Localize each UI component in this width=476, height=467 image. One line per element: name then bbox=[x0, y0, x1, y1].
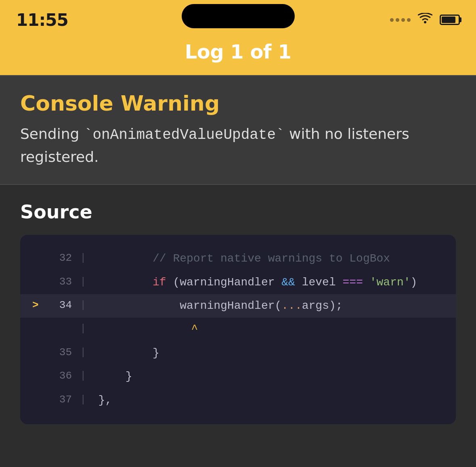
line-number-34: 34 bbox=[48, 296, 72, 315]
warning-title: Console Warning bbox=[20, 92, 456, 115]
status-icons bbox=[390, 13, 460, 27]
line-number-35: 35 bbox=[48, 343, 72, 362]
warning-code: `onAnimatedValueUpdate` bbox=[84, 127, 285, 143]
line-content-37: }, bbox=[99, 390, 444, 410]
code-line-33: 33 | if (warningHandler && level === 'wa… bbox=[20, 271, 456, 294]
code-line-36: 36 | } bbox=[20, 365, 456, 388]
status-time: 11:55 bbox=[16, 10, 68, 30]
line-content-33: if (warningHandler && level === 'warn') bbox=[99, 272, 444, 293]
dynamic-island bbox=[182, 4, 295, 28]
line-content-35: } bbox=[99, 343, 444, 363]
source-title: Source bbox=[20, 201, 456, 223]
line-content-34: warningHandler(...args); bbox=[99, 296, 444, 316]
source-section: Source 32 | // Report native warnings to… bbox=[0, 185, 476, 440]
code-line-32: 32 | // Report native warnings to LogBox bbox=[20, 247, 456, 270]
line-content-32: // Report native warnings to LogBox bbox=[99, 249, 444, 269]
caret-line: | ^ bbox=[20, 318, 456, 341]
line-marker-36 bbox=[32, 366, 44, 385]
battery-icon bbox=[440, 15, 460, 25]
warning-section: Console Warning Sending `onAnimatedValue… bbox=[0, 76, 476, 184]
warning-text-part3: registered. bbox=[20, 149, 99, 165]
code-line-34: > 34 | warningHandler(...args); bbox=[20, 294, 456, 318]
header-title: Log 1 of 1 bbox=[185, 40, 291, 63]
wifi-icon bbox=[418, 13, 432, 27]
code-block: 32 | // Report native warnings to LogBox… bbox=[20, 235, 456, 424]
line-number-33: 33 bbox=[48, 272, 72, 291]
caret-content: ^ bbox=[99, 319, 444, 339]
line-number-37: 37 bbox=[48, 390, 72, 409]
line-content-36: } bbox=[99, 366, 444, 387]
line-number-32: 32 bbox=[48, 249, 72, 268]
signal-icon bbox=[390, 18, 411, 22]
code-line-35: 35 | } bbox=[20, 341, 456, 365]
line-marker-32 bbox=[32, 249, 44, 268]
line-marker-37 bbox=[32, 390, 44, 409]
header-title-bar: Log 1 of 1 bbox=[0, 32, 476, 75]
status-bar: 11:55 bbox=[0, 0, 476, 32]
line-marker-34: > bbox=[32, 296, 44, 315]
warning-text-part2: with no listeners bbox=[285, 126, 409, 142]
warning-message: Sending `onAnimatedValueUpdate` with no … bbox=[20, 123, 456, 168]
line-marker-35 bbox=[32, 343, 44, 362]
line-number-36: 36 bbox=[48, 366, 72, 385]
line-marker-33 bbox=[32, 272, 44, 291]
svg-point-0 bbox=[424, 21, 426, 23]
warning-text-part1: Sending bbox=[20, 126, 84, 142]
code-line-37: 37 | }, bbox=[20, 389, 456, 412]
